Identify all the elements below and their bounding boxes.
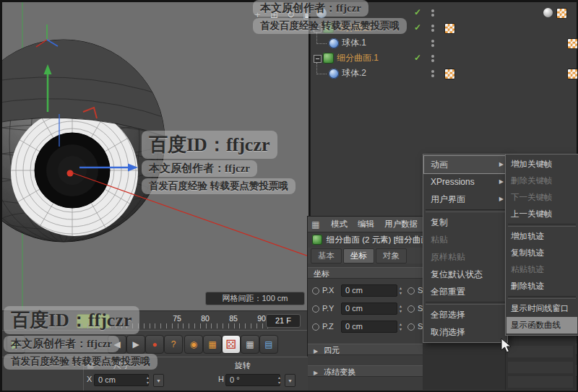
- visibility-dots[interactable]: [431, 23, 435, 33]
- h-value-field[interactable]: 0 °: [225, 374, 280, 386]
- param-value-field[interactable]: 0 cm: [341, 321, 397, 333]
- enabled-check-icon[interactable]: ✓: [414, 51, 421, 66]
- value-stepper[interactable]: ▴▾: [276, 374, 282, 386]
- current-frame-field[interactable]: 21 F: [266, 314, 301, 328]
- param-label: P.X: [322, 286, 334, 295]
- menu-edit[interactable]: 编辑: [353, 217, 379, 231]
- dice-icon[interactable]: ⚄: [222, 335, 241, 354]
- submenu-item-delete-keyframe[interactable]: 删除关键帧: [506, 173, 577, 189]
- ruler-tick-label: 75: [171, 314, 184, 323]
- submenu-arrow-icon: ▶: [499, 191, 504, 208]
- submenu-item-next-keyframe[interactable]: 下一关键帧: [506, 189, 577, 206]
- object-name[interactable]: 细分曲面.1: [337, 51, 379, 66]
- menu-item-reset-default[interactable]: 复位默认状态: [424, 266, 506, 283]
- menu-separator: [508, 224, 576, 227]
- submenu-item-show-timeline-window[interactable]: 显示时间线窗口: [506, 300, 577, 317]
- visibility-dots[interactable]: [431, 8, 435, 18]
- menu-item-reset-all[interactable]: 全部重置: [424, 283, 506, 300]
- submenu-item-prev-keyframe[interactable]: 上一关键帧: [506, 206, 577, 222]
- collapse-arrow-icon: ▶: [314, 370, 318, 376]
- h-field-label: H: [218, 375, 224, 383]
- keyframe-ring-icon[interactable]: [407, 305, 415, 313]
- menu-item-label: 动画: [431, 160, 448, 170]
- tab-object[interactable]: 对象: [376, 248, 407, 263]
- submenu-item-add-track[interactable]: 增加轨迹: [506, 228, 577, 245]
- menu-user-data[interactable]: 用户数据: [379, 217, 423, 231]
- menu-item-select-all[interactable]: 全部选择: [424, 306, 506, 323]
- keyframe-ring-icon[interactable]: [312, 287, 319, 295]
- menu-item-paste-as-is[interactable]: 原样粘贴: [424, 248, 506, 266]
- watermark-author-line: 本文原创作者：ffjczr: [142, 160, 257, 177]
- menu-item-user-interface[interactable]: 用户界面 ▶: [424, 191, 506, 208]
- section-title: 冻结变换: [324, 367, 355, 376]
- snap-grid-button[interactable]: ▦: [241, 335, 259, 354]
- submenu-item-add-keyframe[interactable]: 增加关键帧: [506, 156, 577, 173]
- keyframe-ring-icon[interactable]: [312, 305, 319, 313]
- menu-mode[interactable]: 模式: [326, 217, 353, 231]
- animation-submenu: 增加关键帧 删除关键帧 下一关键帧 上一关键帧 增加轨迹 复制轨迹 粘贴轨迹 删…: [505, 154, 578, 336]
- x-dropdown-button[interactable]: ▼: [153, 374, 164, 387]
- value-stepper[interactable]: ▴▾: [397, 302, 404, 315]
- texture-tag-icon[interactable]: [556, 8, 567, 19]
- watermark-author-line: 本文原创作者：ffjczr: [253, 0, 368, 17]
- texture-tag-icon[interactable]: [444, 69, 455, 79]
- help-button[interactable]: ?: [164, 335, 183, 354]
- enabled-check-icon[interactable]: ✓: [414, 5, 421, 20]
- submenu-item-paste-track[interactable]: 粘贴轨迹: [506, 261, 577, 278]
- object-name[interactable]: 球体.2: [342, 66, 366, 81]
- visibility-dots[interactable]: [431, 69, 435, 79]
- value-stepper[interactable]: ▴▾: [397, 321, 404, 333]
- object-row[interactable]: 细分曲面.1 ✓: [311, 51, 577, 66]
- texture-tag-icon[interactable]: [444, 23, 455, 34]
- menu-item-label: 上一关键帧: [511, 209, 553, 218]
- keyframe-ring-icon[interactable]: [407, 323, 415, 331]
- menu-item-label: 下一关键帧: [511, 193, 553, 201]
- material-preview-icon[interactable]: [543, 8, 553, 17]
- layout-button[interactable]: ▤: [259, 335, 278, 354]
- autokey-button[interactable]: ◉: [184, 335, 203, 354]
- menu-item-animation[interactable]: 动画 ▶: [424, 156, 506, 173]
- keyframe-selection-button[interactable]: ▦: [203, 335, 222, 354]
- sphere-object-icon: [329, 38, 339, 48]
- menu-item-label: 全部重置: [431, 287, 465, 297]
- menu-item-xpressions[interactable]: XPressions ▶: [424, 173, 506, 191]
- menu-item-label: 粘贴: [431, 235, 448, 245]
- submenu-item-copy-track[interactable]: 复制轨迹: [506, 245, 577, 261]
- param-value-field[interactable]: 0 cm: [341, 284, 397, 297]
- panel-menu-icon[interactable]: ▦: [311, 220, 322, 229]
- menu-item-paste[interactable]: 粘贴: [424, 231, 506, 248]
- tree-connector: [316, 63, 327, 74]
- menu-item-deselect-all[interactable]: 取消选择: [424, 323, 506, 341]
- submenu-arrow-icon: ▶: [499, 156, 504, 173]
- x-value-field[interactable]: 0 cm: [94, 374, 149, 386]
- object-name[interactable]: 球体.1: [342, 35, 366, 51]
- value-stepper[interactable]: ▴▾: [397, 284, 404, 297]
- cinema4d-window: + ⊞ ↻ ▣ 网格间距：100 cm ✓ 细分曲面 ✓ 球体.1: [0, 0, 578, 392]
- param-label: P.Z: [322, 322, 334, 331]
- watermark-id-line: 百度ID：ffjczr: [142, 131, 277, 159]
- submenu-item-delete-track[interactable]: 删除轨迹: [506, 278, 577, 295]
- menu-item-label: 显示函数曲线: [511, 321, 561, 329]
- tab-basic[interactable]: 基本: [311, 248, 342, 263]
- h-dropdown-button[interactable]: ▼: [285, 374, 296, 387]
- enabled-check-icon[interactable]: ✓: [414, 20, 421, 35]
- object-row[interactable]: 球体.1: [311, 35, 577, 51]
- tab-coordinates[interactable]: 坐标: [343, 248, 374, 263]
- watermark-author-line: 本文原创作者：ffjczr: [4, 336, 119, 352]
- collapse-toggle[interactable]: [314, 55, 322, 63]
- watermark-footer-line: 首发百度经验 转载要点赞投票哦: [253, 18, 407, 34]
- watermark-top: 本文原创作者：ffjczr 首发百度经验 转载要点赞投票哦: [253, 0, 407, 35]
- menu-item-copy[interactable]: 复制: [424, 214, 506, 231]
- submenu-item-show-fcurves[interactable]: 显示函数曲线: [506, 317, 577, 334]
- visibility-dots[interactable]: [431, 53, 435, 64]
- watermark-footer-line: 首发百度经验 转载要点赞投票哦: [4, 354, 158, 370]
- value-stepper[interactable]: ▴▾: [144, 374, 151, 386]
- param-value-field[interactable]: 0 cm: [341, 302, 397, 315]
- visibility-dots[interactable]: [431, 38, 435, 48]
- texture-tag-icon[interactable]: [567, 38, 578, 49]
- keyframe-ring-icon[interactable]: [312, 323, 319, 331]
- texture-tag-icon[interactable]: [567, 69, 578, 79]
- keyframe-ring-icon[interactable]: [407, 287, 415, 295]
- menu-item-label: 增加关键帧: [511, 160, 553, 168]
- object-row[interactable]: 球体.2: [311, 66, 577, 81]
